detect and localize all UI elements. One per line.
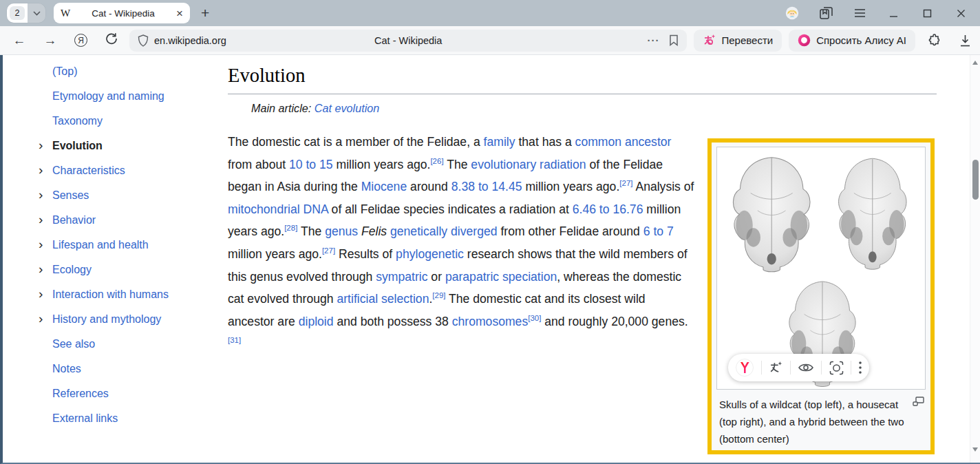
reference-link[interactable]: [29] xyxy=(432,291,445,299)
sidebar-item-external-links[interactable]: External links xyxy=(52,406,169,431)
profile-avatar[interactable] xyxy=(785,6,799,20)
wiki-link[interactable]: diploid xyxy=(299,315,334,328)
sidebar-item-evolution[interactable]: ›Evolution xyxy=(52,134,169,158)
chevron-right-icon[interactable]: › xyxy=(39,182,43,207)
forward-button[interactable]: → xyxy=(43,33,57,48)
tab-close-icon[interactable]: × xyxy=(176,8,183,19)
tab-cat-wikipedia[interactable]: W Cat - Wikipedia × xyxy=(54,3,190,23)
reference-link[interactable]: [30] xyxy=(528,314,541,322)
scroll-up-arrow[interactable] xyxy=(972,61,978,65)
wiki-link[interactable]: chromosomes xyxy=(452,315,529,328)
wiki-link[interactable]: 8.38 to 14.45 xyxy=(451,180,522,193)
yandex-logo-icon[interactable] xyxy=(736,359,754,377)
tab-counter[interactable]: 2 xyxy=(7,3,28,23)
url-text[interactable]: en.wikipedia.org xyxy=(154,35,226,46)
chevron-right-icon[interactable]: › xyxy=(39,207,43,232)
reference-link[interactable]: [31] xyxy=(228,336,241,344)
back-button[interactable]: ← xyxy=(12,33,26,48)
ask-alice-label: Спросить Алису AI xyxy=(816,34,906,46)
reference-link[interactable]: [27] xyxy=(619,179,632,187)
minimize-button[interactable] xyxy=(886,6,900,20)
chevron-right-icon[interactable]: › xyxy=(39,158,43,182)
reference-link[interactable]: [27] xyxy=(322,246,335,255)
paragraph-text: Results of xyxy=(335,247,396,261)
downloads-icon[interactable] xyxy=(958,34,972,48)
reload-button[interactable] xyxy=(105,32,118,48)
wiki-link[interactable]: 6.46 to 16.76 xyxy=(573,202,643,216)
tab-group-button[interactable]: 2 xyxy=(7,3,45,23)
sidebar-item-label: External links xyxy=(52,412,118,424)
scrollbar-thumb[interactable] xyxy=(972,160,979,200)
tab-list-dropdown[interactable] xyxy=(28,3,45,23)
wiki-link[interactable]: mitochondrial DNA xyxy=(228,202,328,216)
wikipedia-favicon: W xyxy=(61,8,70,19)
menu-icon[interactable] xyxy=(853,6,866,20)
wiki-link[interactable]: genetically diverged xyxy=(390,224,498,238)
wiki-link[interactable]: parapatric speciation xyxy=(445,270,557,284)
sidebar-item-interaction-with-humans[interactable]: ›Interaction with humans xyxy=(52,282,169,307)
hatnote-prefix: Main article: xyxy=(251,102,315,114)
new-tab-button[interactable]: + xyxy=(201,5,209,21)
wiki-link[interactable]: common ancestor xyxy=(575,135,672,149)
wiki-link[interactable]: 10 to 15 xyxy=(289,158,333,171)
sidebar-item-etymology-and-naming[interactable]: Etymology and naming xyxy=(52,84,169,109)
bookmark-icon[interactable] xyxy=(669,34,679,46)
sidebar-item-characteristics[interactable]: ›Characteristics xyxy=(52,158,169,183)
reference-link[interactable]: [28] xyxy=(284,224,297,233)
sidebar-item-label: See also xyxy=(52,338,95,350)
ask-alice-button[interactable]: Спросить Алису AI xyxy=(789,30,915,52)
paragraph-text: million years ago. xyxy=(522,180,620,193)
wiki-link[interactable]: phylogenetic xyxy=(396,247,464,261)
scroll-down-arrow[interactable] xyxy=(972,447,978,452)
chevron-right-icon[interactable]: › xyxy=(39,282,43,306)
address-bar[interactable]: en.wikipedia.org Cat - Wikipedia ··· xyxy=(129,30,687,52)
chevron-right-icon[interactable]: › xyxy=(39,306,43,331)
wiki-link[interactable]: Miocene xyxy=(361,180,407,193)
sidebar-item-taxonomy[interactable]: Taxonomy xyxy=(52,109,169,134)
sidebar-item-ecology[interactable]: ›Ecology xyxy=(52,257,169,282)
wiki-link[interactable]: 6 to 7 xyxy=(643,224,674,238)
wiki-link[interactable]: sympatric xyxy=(376,270,427,284)
wiki-link[interactable]: genus xyxy=(325,224,358,238)
sidebar-item-lifespan-and-health[interactable]: ›Lifespan and health xyxy=(52,233,169,257)
sidebar-item-notes[interactable]: Notes xyxy=(52,357,169,381)
wiki-link[interactable]: evolutionary radiation xyxy=(471,158,586,171)
wiki-link[interactable]: artificial selection xyxy=(337,292,429,306)
translate-image-icon[interactable] xyxy=(769,361,782,375)
translate-button[interactable]: Перевести xyxy=(694,30,782,52)
sidebar-item-top[interactable]: (Top) xyxy=(52,59,169,84)
sidebar-item-senses[interactable]: ›Senses xyxy=(52,183,169,208)
extensions-puzzle-icon[interactable] xyxy=(928,34,941,48)
skulls-figure-highlighted[interactable]: Skulls of a wildcat (top left), a housec… xyxy=(707,138,935,454)
section-heading: Evolution xyxy=(228,63,937,88)
paragraph-text: and roughly 20,000 genes. xyxy=(541,315,688,328)
close-window-button[interactable] xyxy=(954,6,968,20)
paragraph-text: from about xyxy=(228,158,289,171)
chevron-right-icon[interactable]: › xyxy=(39,133,43,158)
image-search-icon[interactable] xyxy=(829,361,844,375)
enlarge-icon[interactable] xyxy=(913,397,924,406)
image-hover-toolbar xyxy=(728,354,869,381)
chevron-right-icon[interactable]: › xyxy=(39,257,43,282)
paragraph-text: The xyxy=(297,224,325,238)
chevron-right-icon[interactable]: › xyxy=(39,232,43,257)
yandex-home-button[interactable]: Я xyxy=(74,34,87,47)
sidebar-item-see-also[interactable]: See also xyxy=(52,332,169,357)
wiki-link[interactable]: family xyxy=(484,135,515,149)
reference-link[interactable]: [26] xyxy=(430,157,443,165)
skulls-image[interactable] xyxy=(716,147,926,390)
more-vertical-icon[interactable] xyxy=(859,361,862,374)
eye-icon[interactable] xyxy=(798,362,813,373)
paragraph-text: and both possess 38 xyxy=(334,315,452,328)
sidebar-item-history-and-mythology[interactable]: ›History and mythology xyxy=(52,307,169,332)
page-scrollbar[interactable] xyxy=(970,55,980,463)
site-security-shield-icon[interactable] xyxy=(138,34,149,47)
toolbar-divider xyxy=(790,361,791,375)
sidebar-item-behavior[interactable]: ›Behavior xyxy=(52,208,169,233)
maximize-button[interactable] xyxy=(920,6,934,20)
sidebar-item-label: Notes xyxy=(52,363,81,375)
hatnote-link[interactable]: Cat evolution xyxy=(315,102,380,114)
side-panels-icon[interactable] xyxy=(819,6,833,20)
sidebar-item-references[interactable]: References xyxy=(52,381,169,406)
address-more-icon[interactable]: ··· xyxy=(647,34,659,46)
